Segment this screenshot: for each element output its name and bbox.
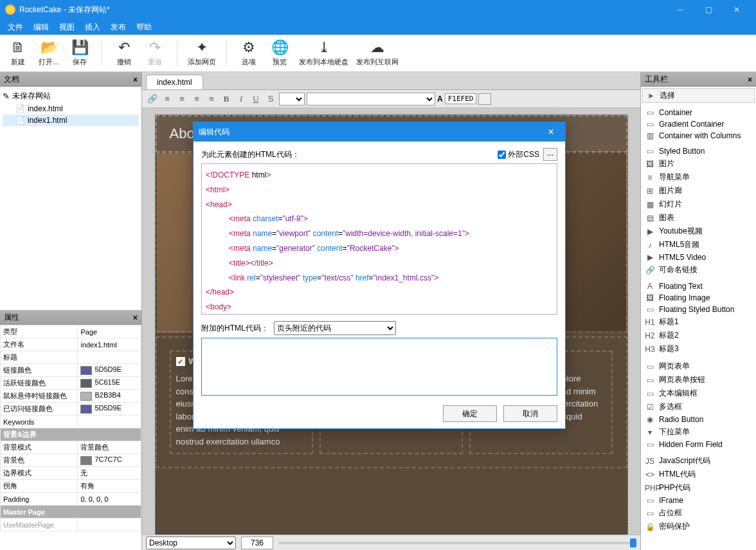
bold-button[interactable]: B	[220, 93, 233, 105]
font-family-select[interactable]	[307, 93, 435, 105]
font-size-select[interactable]	[279, 93, 305, 105]
property-row[interactable]: 文件名index1.html	[1, 338, 141, 351]
generated-code-box[interactable]: <!DOCTYPE html><html><head><meta charset…	[201, 163, 557, 315]
tool-Floating Text[interactable]: AFloating Text	[642, 280, 755, 292]
toolbar-保存[interactable]: 💾保存	[68, 39, 91, 67]
toolbar-撤销[interactable]: ↶撤销	[113, 39, 136, 67]
tool-网页表单按钮[interactable]: ▭网页表单按钮	[642, 373, 755, 387]
maximize-button[interactable]: ▢	[694, 1, 723, 19]
tool-Floating Image[interactable]: 🖼Floating Image	[642, 292, 755, 304]
external-css-checkbox[interactable]: 外部CSS	[498, 149, 539, 160]
toolbar-选项[interactable]: ⚙选项	[237, 39, 260, 67]
tool-图片[interactable]: 🖼图片	[642, 157, 755, 170]
menu-发布[interactable]: 发布	[105, 20, 131, 35]
tree-file-item[interactable]: 📄index.html	[3, 103, 139, 115]
align-justify-icon[interactable]: ≡	[205, 93, 218, 105]
property-row[interactable]: 链接颜色5D5D9E	[1, 364, 141, 377]
ok-button[interactable]: 确定	[443, 405, 497, 422]
tree-file-item[interactable]: 📄index1.html	[3, 115, 139, 126]
link-icon[interactable]: 🔗	[146, 93, 159, 105]
tool-标题3[interactable]: H3标题3	[642, 342, 755, 356]
italic-button[interactable]: I	[235, 93, 248, 105]
device-select[interactable]: Desktop	[146, 536, 236, 549]
strike-button[interactable]: S	[264, 93, 277, 105]
property-row[interactable]: Keywords	[1, 416, 141, 428]
underline-button[interactable]: U	[249, 93, 262, 105]
menu-帮助[interactable]: 帮助	[131, 20, 157, 35]
tool-标题1[interactable]: H1标题1	[642, 315, 755, 329]
menu-编辑[interactable]: 编辑	[28, 20, 54, 35]
property-row[interactable]: 拐角有角	[1, 480, 141, 493]
cancel-button[interactable]: 取消	[503, 405, 557, 422]
dialog-titlebar[interactable]: 编辑代码 ✕	[194, 122, 565, 142]
toolbar-发布到互联网[interactable]: ☁发布到互联网	[356, 39, 399, 67]
tool-HTML5 Video[interactable]: ▶HTML5 Video	[642, 252, 755, 263]
property-row[interactable]: 背景模式背景颜色	[1, 441, 141, 454]
property-row[interactable]: 活跃链接颜色5C615E	[1, 377, 141, 390]
tool-导航菜单[interactable]: ≡导航菜单	[642, 170, 755, 184]
tool-Radio Button[interactable]: ◉Radio Button	[642, 414, 755, 425]
property-row[interactable]: 背景色7C7C7C	[1, 454, 141, 467]
tool-标题2[interactable]: H2标题2	[642, 329, 755, 342]
property-row[interactable]: 类型Page	[1, 325, 141, 338]
tool-文本编辑框[interactable]: ▭文本编辑框	[642, 387, 755, 400]
menu-插入[interactable]: 插入	[80, 20, 105, 35]
menu-文件[interactable]: 文件	[3, 20, 28, 35]
documents-panel-close-icon[interactable]: ×	[133, 75, 138, 84]
properties-panel-close-icon[interactable]: ×	[133, 313, 138, 322]
menu-视图[interactable]: 视图	[54, 20, 80, 35]
toolbar-发布到本地硬盘[interactable]: ⤓发布到本地硬盘	[299, 39, 348, 67]
property-row[interactable]: 边界模式无	[1, 467, 141, 480]
align-right-icon[interactable]: ≡	[190, 93, 203, 105]
dialog-close-button[interactable]: ✕	[542, 125, 560, 138]
property-row[interactable]: 标题	[1, 351, 141, 364]
property-row[interactable]: Padding0, 0, 0, 0	[1, 493, 141, 506]
property-row[interactable]: 已访问链接颜色5D5D9E	[1, 403, 141, 416]
width-input[interactable]	[241, 536, 273, 549]
tree-root-item[interactable]: ✎ 未保存网站	[3, 89, 139, 103]
toolbar-预览[interactable]: 🌐预览	[268, 39, 291, 67]
tab-index[interactable]: index.html	[146, 75, 203, 89]
tool-幻灯片[interactable]: ▦幻灯片	[642, 197, 755, 211]
tool-Floating Styled Button[interactable]: ▭Floating Styled Button	[642, 304, 755, 315]
tool-PHP代码[interactable]: PHPPHP代码	[642, 481, 755, 495]
property-row[interactable]: 鼠标悬停时链接颜色B2B3B4	[1, 390, 141, 403]
tool-Styled Button[interactable]: ▭Styled Button	[642, 145, 755, 157]
tool-Youtube视频[interactable]: ▶Youtube视频	[642, 225, 755, 238]
tool-Container with Columns[interactable]: ▥Container with Columns	[642, 130, 755, 142]
tool-Hidden Form Field[interactable]: ▭Hidden Form Field	[642, 439, 755, 450]
tool-IFrame[interactable]: ▭IFrame	[642, 495, 755, 506]
more-button[interactable]: ...	[543, 148, 557, 161]
tool-网页表单[interactable]: ▭网页表单	[642, 360, 755, 373]
tool-下拉菜单[interactable]: ▾下拉菜单	[642, 425, 755, 439]
tool-Container[interactable]: ▭Container	[642, 107, 755, 118]
toolbar-添加网页[interactable]: ✦添加网页	[188, 39, 216, 67]
align-center-icon[interactable]: ≡	[176, 93, 188, 105]
tool-HTML5音频[interactable]: ♪HTML5音频	[642, 238, 755, 252]
code-position-select[interactable]: 页头附近的代码	[274, 321, 396, 335]
tool-Gradient Container[interactable]: ▭Gradient Container	[642, 118, 755, 130]
text-color-icon[interactable]: A	[437, 95, 443, 104]
tool-HTML代码[interactable]: <>HTML代码	[642, 468, 755, 481]
toolbar-重做[interactable]: ↷重做	[143, 39, 166, 67]
minimize-button[interactable]: ─	[666, 1, 694, 19]
tool-可命名链接[interactable]: 🔗可命名链接	[642, 263, 755, 277]
close-button[interactable]: ✕	[723, 1, 751, 19]
property-row[interactable]: UseMasterPage	[1, 518, 141, 531]
color-swatch[interactable]	[478, 93, 491, 105]
tool-JavaScript代码[interactable]: JSJavaScript代码	[642, 454, 755, 468]
tool-多选框[interactable]: ☑多选框	[642, 400, 755, 414]
width-slider[interactable]	[278, 542, 636, 544]
additional-code-textarea[interactable]	[201, 338, 557, 396]
toolbox-close-icon[interactable]: ×	[748, 75, 752, 84]
tool-占位框[interactable]: ▭占位框	[642, 506, 755, 520]
tool-密码保护[interactable]: 🔒密码保护	[642, 520, 755, 533]
tool-图片廊[interactable]: ⊞图片廊	[642, 184, 755, 197]
align-left-icon[interactable]: ≡	[161, 93, 174, 105]
toolbar-新建[interactable]: 🗎新建	[6, 39, 30, 67]
tool-icon: ⊞	[645, 187, 655, 196]
toolbar-打开...[interactable]: 📂打开...	[37, 39, 60, 67]
format-toolbar: 🔗 ≡ ≡ ≡ ≡ B I U S A F1EFED	[142, 90, 640, 108]
tool-select[interactable]: ➤选择	[642, 88, 755, 103]
tool-图表[interactable]: ▤图表	[642, 211, 755, 225]
